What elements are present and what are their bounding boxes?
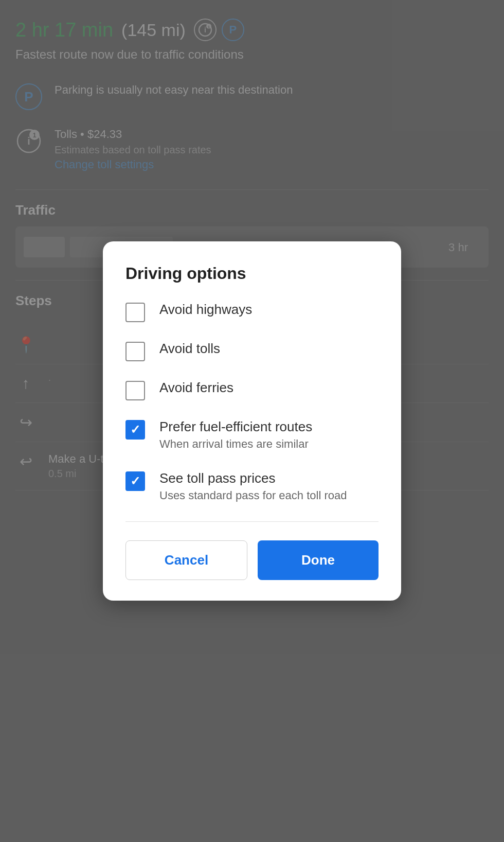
fuel-efficient-label: Prefer fuel-efficient routes xyxy=(159,419,312,435)
avoid-tolls-checkbox[interactable] xyxy=(125,342,145,361)
toll-pass-text-wrap: See toll pass prices Uses standard pass … xyxy=(159,470,347,503)
fuel-efficient-text-wrap: Prefer fuel-efficient routes When arriva… xyxy=(159,419,312,452)
modal-divider xyxy=(125,521,379,522)
avoid-ferries-label: Avoid ferries xyxy=(159,380,233,396)
avoid-tolls-label: Avoid tolls xyxy=(159,341,220,357)
fuel-efficient-checkmark: ✓ xyxy=(130,424,140,436)
avoid-ferries-text-wrap: Avoid ferries xyxy=(159,380,233,396)
driving-options-modal: Driving options Avoid highways Avoid tol… xyxy=(103,241,401,601)
option-toll-pass[interactable]: ✓ See toll pass prices Uses standard pas… xyxy=(125,470,379,503)
avoid-highways-checkbox[interactable] xyxy=(125,303,145,322)
avoid-ferries-checkbox[interactable] xyxy=(125,381,145,400)
modal-buttons: Cancel Done xyxy=(125,540,379,580)
option-avoid-highways[interactable]: Avoid highways xyxy=(125,302,379,322)
done-button[interactable]: Done xyxy=(258,540,379,580)
option-avoid-ferries[interactable]: Avoid ferries xyxy=(125,380,379,400)
toll-pass-checkbox[interactable]: ✓ xyxy=(125,471,145,491)
avoid-highways-text-wrap: Avoid highways xyxy=(159,302,252,318)
fuel-efficient-sublabel: When arrival times are similar xyxy=(159,437,312,452)
avoid-highways-label: Avoid highways xyxy=(159,302,252,318)
cancel-button[interactable]: Cancel xyxy=(125,540,247,580)
avoid-tolls-text-wrap: Avoid tolls xyxy=(159,341,220,357)
toll-pass-checkmark: ✓ xyxy=(130,475,140,487)
option-fuel-efficient[interactable]: ✓ Prefer fuel-efficient routes When arri… xyxy=(125,419,379,452)
option-avoid-tolls[interactable]: Avoid tolls xyxy=(125,341,379,361)
modal-overlay: Driving options Avoid highways Avoid tol… xyxy=(0,0,504,842)
toll-pass-sublabel: Uses standard pass for each toll road xyxy=(159,488,347,503)
fuel-efficient-checkbox[interactable]: ✓ xyxy=(125,420,145,440)
toll-pass-label: See toll pass prices xyxy=(159,470,347,486)
modal-title: Driving options xyxy=(125,264,379,283)
